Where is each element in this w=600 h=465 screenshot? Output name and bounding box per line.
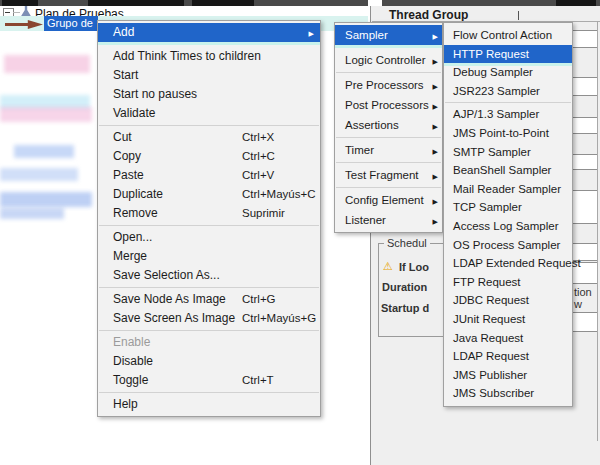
- menu-item-toggle[interactable]: ToggleCtrl+T: [98, 371, 320, 390]
- menu-item-sampler[interactable]: Sampler▶: [335, 25, 442, 45]
- menu-item-jms-point-to-point[interactable]: JMS Point-to-Point: [444, 124, 572, 143]
- submenu-arrow-icon: ▶: [433, 142, 438, 162]
- menu-item-ajp-1-3-sampler[interactable]: AJP/1.3 Sampler: [444, 105, 572, 124]
- menu-item-save-node-as-image[interactable]: Save Node As ImageCtrl+G: [98, 290, 320, 309]
- menu-item-listener[interactable]: Listener▶: [335, 210, 442, 230]
- menu-item-timer[interactable]: Timer▶: [335, 140, 442, 160]
- menu-item-mail-reader-sampler[interactable]: Mail Reader Sampler: [444, 180, 572, 199]
- menu-item-validate[interactable]: Validate: [98, 104, 320, 123]
- menu-item-cut[interactable]: CutCtrl+X: [98, 128, 320, 147]
- menu-item-paste[interactable]: PasteCtrl+V: [98, 166, 320, 185]
- menu-item-junit-request[interactable]: JUnit Request: [444, 310, 572, 329]
- menu-item-post-processors[interactable]: Post Processors▶: [335, 95, 442, 115]
- menu-item-os-process-sampler[interactable]: OS Process Sampler: [444, 236, 572, 255]
- menu-item-label: LDAP Extended Request: [453, 257, 581, 269]
- menu-item-label: JMS Point-to-Point: [453, 127, 549, 139]
- menu-item-label: JUnit Request: [453, 313, 525, 325]
- menu-item-shortcut: Ctrl+C: [242, 147, 275, 166]
- menu-item-http-request[interactable]: HTTP Request: [444, 45, 572, 64]
- menu-item-add-think-times-to-children[interactable]: Add Think Times to children: [98, 47, 320, 66]
- menu-item-jdbc-request[interactable]: JDBC Request: [444, 291, 572, 310]
- menu-item-tcp-sampler[interactable]: TCP Sampler: [444, 198, 572, 217]
- sampler-submenu: Flow Control ActionHTTP RequestDebug Sam…: [443, 22, 573, 407]
- menu-item-beanshell-sampler[interactable]: BeanShell Sampler: [444, 161, 572, 180]
- add-submenu: Sampler▶Logic Controller▶Pre Processors▶…: [334, 22, 443, 233]
- menu-item-duplicate[interactable]: DuplicateCtrl+Mayús+C: [98, 185, 320, 204]
- menu-item-jms-publisher[interactable]: JMS Publisher: [444, 366, 572, 385]
- submenu-arrow-icon: ▶: [433, 77, 438, 97]
- menu-item-smtp-sampler[interactable]: SMTP Sampler: [444, 143, 572, 162]
- ghost-artifact: [0, 168, 78, 181]
- menu-item-jsr223-sampler[interactable]: JSR223 Sampler: [444, 82, 572, 101]
- form-field-sliver[interactable]: [573, 312, 597, 332]
- menu-item-label: OS Process Sampler: [453, 239, 560, 251]
- submenu-arrow-icon: ▶: [433, 27, 438, 47]
- menu-item-logic-controller[interactable]: Logic Controller▶: [335, 50, 442, 70]
- menu-item-label: Disable: [113, 354, 153, 368]
- menu-item-flow-control-action[interactable]: Flow Control Action: [444, 26, 572, 45]
- menu-item-label: Java Request: [453, 332, 523, 344]
- menu-item-label: LDAP Request: [453, 350, 529, 362]
- menu-item-label: Start no pauses: [113, 87, 197, 101]
- menu-item-label: Remove: [113, 206, 158, 220]
- menu-separator: [336, 162, 441, 163]
- menu-item-merge[interactable]: Merge: [98, 247, 320, 266]
- menu-item-label: Access Log Sampler: [453, 220, 558, 232]
- menu-item-label: Paste: [113, 168, 144, 182]
- menu-item-jms-subscriber[interactable]: JMS Subscriber: [444, 384, 572, 403]
- menu-item-label: TCP Sampler: [453, 201, 522, 213]
- menu-separator: [336, 72, 441, 73]
- menu-item-save-selection-as[interactable]: Save Selection As...: [98, 266, 320, 285]
- menu-item-label: Cut: [113, 130, 132, 144]
- warning-icon: ⚠: [383, 260, 393, 273]
- menu-item-shortcut: Ctrl+Mayús+G: [242, 309, 316, 328]
- form-field-sliver[interactable]: [573, 154, 597, 170]
- form-field-sliver[interactable]: [573, 30, 597, 48]
- menu-item-ftp-request[interactable]: FTP Request: [444, 273, 572, 292]
- menu-item-copy[interactable]: CopyCtrl+C: [98, 147, 320, 166]
- menu-item-remove[interactable]: RemoveSuprimir: [98, 204, 320, 223]
- menu-item-ldap-request[interactable]: LDAP Request: [444, 347, 572, 366]
- menu-item-label: Merge: [113, 249, 147, 263]
- menu-item-java-request[interactable]: Java Request: [444, 329, 572, 348]
- menu-item-label: JMS Publisher: [453, 369, 527, 381]
- menu-item-label: SMTP Sampler: [453, 146, 531, 158]
- menu-item-add[interactable]: Add▶: [98, 23, 320, 42]
- tree-node-thread-group[interactable]: Grupo de: [44, 16, 98, 31]
- menu-separator: [99, 392, 319, 393]
- startup-delay-label: Startup d: [381, 302, 429, 314]
- menu-item-test-fragment[interactable]: Test Fragment▶: [335, 165, 442, 185]
- tree-node-label: Grupo de: [47, 17, 93, 29]
- form-field-sliver[interactable]: [573, 117, 597, 134]
- form-field-sliver[interactable]: [573, 190, 597, 224]
- ghost-artifact: [0, 107, 92, 122]
- menu-item-ldap-extended-request[interactable]: LDAP Extended Request: [444, 254, 572, 273]
- menu-item-pre-processors[interactable]: Pre Processors▶: [335, 75, 442, 95]
- menu-item-save-screen-as-image[interactable]: Save Screen As ImageCtrl+Mayús+G: [98, 309, 320, 328]
- menu-item-access-log-sampler[interactable]: Access Log Sampler: [444, 217, 572, 236]
- menu-item-start-no-pauses[interactable]: Start no pauses: [98, 85, 320, 104]
- tree-connector-line: [13, 12, 20, 13]
- menu-item-assertions[interactable]: Assertions▶: [335, 115, 442, 135]
- menu-item-label: Help: [113, 397, 138, 411]
- menu-item-label: FTP Request: [453, 276, 521, 288]
- menu-item-debug-sampler[interactable]: Debug Sampler: [444, 63, 572, 82]
- ghost-artifact: [0, 192, 92, 207]
- menu-item-label: AJP/1.3 Sampler: [453, 108, 539, 120]
- form-field-sliver[interactable]: [573, 77, 597, 96]
- menu-item-label: Sampler: [345, 29, 388, 41]
- menu-item-shortcut: Ctrl+V: [242, 166, 274, 185]
- menu-separator: [99, 225, 319, 226]
- menu-item-label: JSR223 Sampler: [453, 85, 540, 97]
- menu-item-config-element[interactable]: Config Element▶: [335, 190, 442, 210]
- menu-item-label: Save Selection As...: [113, 268, 220, 282]
- menu-item-start[interactable]: Start: [98, 66, 320, 85]
- menu-item-help[interactable]: Help: [98, 395, 320, 414]
- clipped-text-fragment: tion w: [574, 286, 600, 310]
- menu-item-shortcut: Ctrl+G: [242, 290, 276, 309]
- menu-separator: [99, 125, 319, 126]
- menu-item-disable[interactable]: Disable: [98, 352, 320, 371]
- menu-item-label: Open...: [113, 230, 152, 244]
- menu-item-label: Mail Reader Sampler: [453, 183, 561, 195]
- menu-item-open[interactable]: Open...: [98, 228, 320, 247]
